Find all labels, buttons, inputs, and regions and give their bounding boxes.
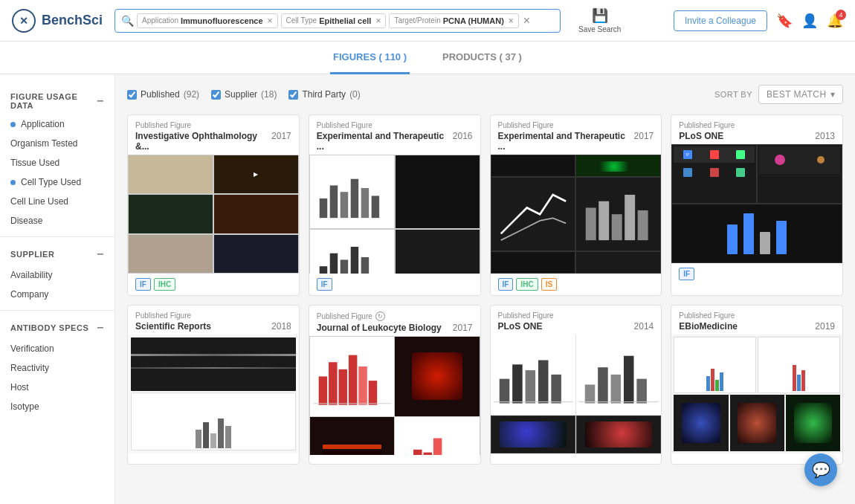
filter-supplier[interactable]: Supplier (18) (211, 89, 277, 100)
sidebar-item-cell-type[interactable]: Cell Type Used (0, 172, 114, 192)
sidebar-item-disease[interactable]: Disease (0, 211, 114, 230)
tab-products[interactable]: PRODUCTS ( 37 ) (439, 42, 525, 74)
sidebar-item-application[interactable]: Application (0, 114, 114, 134)
svg-rect-3 (350, 179, 358, 218)
card-2-title-row: Experimental and Therapeutic ... 2016 (317, 131, 473, 152)
sidebar-item-host[interactable]: Host (0, 378, 114, 397)
sidebar-item-tissue[interactable]: Tissue Used (0, 153, 114, 172)
svg-rect-37 (610, 375, 621, 404)
svg-rect-10 (361, 257, 368, 274)
sort-chevron-icon: ▾ (830, 89, 835, 100)
card-1[interactable]: Published Figure Investigative Ophthalmo… (127, 114, 300, 296)
sidebar-item-label-reactivity: Reactivity (10, 363, 49, 373)
card-1-image: ▶ (128, 155, 299, 274)
tag-if-1: IF (135, 278, 151, 291)
card-8-year: 2019 (815, 321, 835, 332)
sidebar-section-header-supplier: SUPPLIER − (0, 242, 114, 265)
filter-third-party[interactable]: Third Party (0) (288, 89, 360, 100)
sidebar-item-verification[interactable]: Verification (0, 339, 114, 358)
sidebar-item-label-isotype: Isotype (10, 401, 39, 412)
card-6-journal: Journal of Leukocyte Biology (317, 323, 442, 333)
notification-button[interactable]: 🔔 4 (827, 13, 843, 29)
save-search-icon: 💾 (592, 7, 608, 24)
svg-rect-29 (499, 379, 509, 404)
sidebar-section-header-antibody: ANTIBODY SPECS − (0, 315, 114, 339)
card-6[interactable]: Published Figure ↻ Journal of Leukocyte … (309, 305, 481, 465)
chat-button[interactable]: 💬 (804, 453, 837, 486)
invite-colleague-button[interactable]: Invite a Colleague (674, 10, 767, 31)
profile-button[interactable]: 👤 (801, 13, 818, 29)
svg-rect-15 (638, 210, 648, 240)
card-5-type: Published Figure (135, 311, 291, 320)
card-3[interactable]: Published Figure Experimental and Therap… (490, 114, 662, 296)
card-1-type: Published Figure (135, 121, 291, 129)
header: ✕ BenchSci 🔍 Application Immunofluoresce… (0, 0, 855, 42)
card-6-title-row: Journal of Leukocyte Biology 2017 (317, 323, 473, 333)
filter-supplier-checkbox[interactable] (211, 90, 221, 100)
svg-rect-33 (551, 375, 561, 404)
profile-icon: 👤 (801, 13, 818, 28)
sidebar-item-availability[interactable]: Availability (0, 265, 114, 285)
sidebar-section-figure-usage: FIGURE USAGE DATA − Application Organism… (0, 86, 114, 230)
card-1-tags: IF IHC (128, 274, 299, 295)
sort-label: SORT BY (714, 90, 752, 99)
sidebar-item-company[interactable]: Company (0, 285, 114, 304)
filter-close-cell-type[interactable]: × (375, 16, 381, 26)
svg-rect-7 (329, 253, 337, 274)
filter-published[interactable]: Published (92) (127, 89, 199, 100)
save-search-label: Save Search (578, 25, 621, 33)
sidebar-toggle-supplier[interactable]: − (97, 248, 104, 261)
card-2-tags: IF (309, 274, 480, 295)
card-2[interactable]: Published Figure Experimental and Therap… (309, 114, 481, 296)
filter-close-target[interactable]: × (509, 16, 514, 26)
filter-tag-cell-type[interactable]: Cell Type Epithelial cell × (281, 13, 387, 28)
card-5[interactable]: Published Figure Scientific Reports 2018 (127, 305, 300, 465)
sidebar-item-label-company: Company (10, 289, 48, 300)
tab-figures[interactable]: FIGURES ( 110 ) (330, 42, 410, 74)
filter-tag-application[interactable]: Application Immunofluorescence × (137, 13, 278, 28)
card-8[interactable]: Published Figure EBioMedicine 2019 (671, 305, 843, 465)
card-4[interactable]: Published Figure PLoS ONE 2013 P (671, 114, 843, 296)
cards-grid: Published Figure Investigative Ophthalmo… (127, 114, 843, 465)
sidebar-item-isotype[interactable]: Isotype (0, 397, 114, 416)
sidebar-toggle-antibody[interactable]: − (97, 321, 104, 335)
sidebar-item-label-organism: Organism Tested (10, 138, 78, 149)
save-search-button[interactable]: 💾 Save Search (572, 4, 627, 36)
sidebar-toggle-figure-usage[interactable]: − (97, 94, 104, 108)
sidebar-section-label-supplier: SUPPLIER (10, 250, 54, 259)
filter-published-checkbox[interactable] (127, 90, 137, 100)
svg-rect-19 (349, 355, 357, 405)
sidebar-item-organism[interactable]: Organism Tested (0, 134, 114, 153)
card-4-tags: IF (671, 263, 842, 285)
card-6-image (309, 336, 480, 455)
sidebar-item-reactivity[interactable]: Reactivity (0, 358, 114, 378)
svg-rect-5 (371, 196, 378, 218)
card-5-year: 2018 (271, 321, 291, 332)
card-8-image (671, 335, 842, 453)
card-7[interactable]: Published Figure PLoS ONE 2014 (490, 305, 662, 465)
tag-if-2: IF (317, 278, 332, 291)
svg-rect-0 (319, 198, 326, 218)
card-6-header: Published Figure ↻ Journal of Leukocyte … (309, 306, 480, 336)
filter-third-party-checkbox[interactable] (288, 90, 298, 100)
svg-rect-24 (413, 450, 422, 455)
card-4-type: Published Figure (679, 121, 835, 129)
filter-supplier-count: (18) (261, 89, 277, 100)
card-3-year: 2017 (634, 131, 654, 141)
svg-rect-21 (368, 381, 376, 405)
card-7-type: Published Figure (498, 311, 654, 320)
filter-tag-target[interactable]: Target/Protein PCNA (HUMAN) × (389, 13, 518, 28)
active-dot-application (10, 122, 16, 127)
sidebar-item-label-tissue: Tissue Used (10, 158, 59, 168)
search-clear-button[interactable]: × (522, 13, 532, 29)
bookmark-button[interactable]: 🔖 (776, 13, 793, 29)
sort-dropdown[interactable]: BEST MATCH ▾ (758, 85, 843, 104)
card-2-header: Published Figure Experimental and Therap… (309, 115, 480, 155)
sidebar-item-label-host: Host (10, 382, 29, 392)
filter-close-application[interactable]: × (268, 16, 273, 26)
svg-rect-17 (329, 362, 337, 404)
sidebar-item-cell-line[interactable]: Cell Line Used (0, 192, 114, 211)
logo[interactable]: ✕ BenchSci (12, 9, 103, 33)
filter-value-cell-type: Epithelial cell (319, 16, 371, 25)
svg-rect-1 (329, 185, 337, 218)
